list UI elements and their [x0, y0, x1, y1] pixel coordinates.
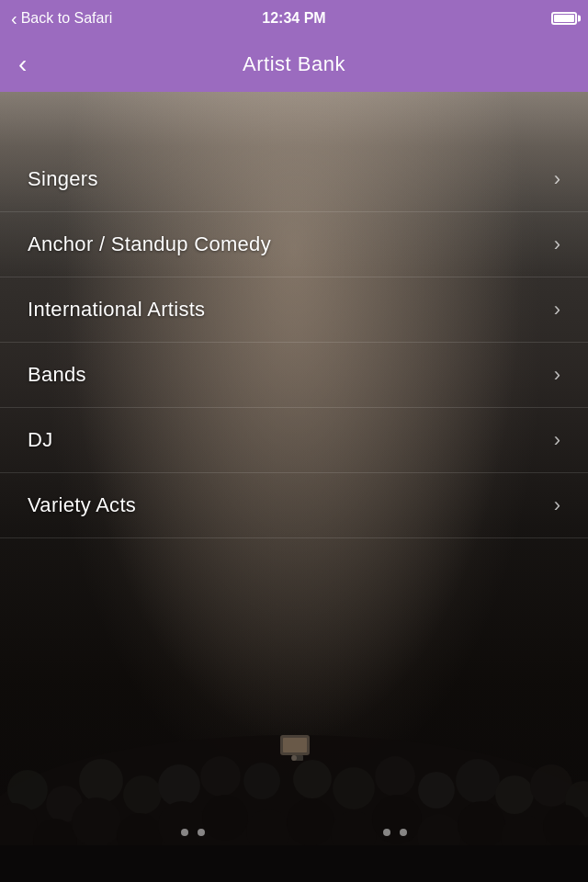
back-button[interactable]: ‹: [18, 51, 27, 77]
menu-item-singers[interactable]: Singers ›: [0, 147, 588, 212]
back-safari-chevron: ‹: [11, 8, 17, 29]
menu-item-dj-chevron: ›: [554, 428, 560, 452]
back-safari-label: Back to Safari: [21, 10, 113, 27]
dot-left-1: [181, 829, 188, 836]
main-content: Singers › Anchor / Standup Comedy › Inte…: [0, 92, 588, 882]
dot-left-2: [198, 829, 205, 836]
menu-item-bands-chevron: ›: [554, 363, 560, 387]
menu-item-comedy[interactable]: Anchor / Standup Comedy ›: [0, 212, 588, 277]
menu-item-international[interactable]: International Artists ›: [0, 277, 588, 343]
back-to-safari[interactable]: ‹ Back to Safari: [11, 8, 112, 29]
menu-item-dj-label: DJ: [28, 428, 53, 452]
dot-right-2: [400, 829, 407, 836]
pagination-dots: [0, 829, 588, 836]
menu-item-bands-label: Bands: [28, 363, 86, 387]
menu-item-variety[interactable]: Variety Acts ›: [0, 473, 588, 538]
dot-right-1: [383, 829, 390, 836]
menu-item-comedy-chevron: ›: [554, 232, 560, 256]
page-title: Artist Bank: [243, 52, 345, 76]
menu-item-variety-label: Variety Acts: [28, 493, 136, 517]
menu-item-singers-chevron: ›: [554, 167, 560, 191]
menu-item-singers-label: Singers: [28, 167, 98, 191]
dot-group-right: [383, 829, 407, 836]
status-time: 12:34 PM: [262, 10, 325, 27]
menu-item-variety-chevron: ›: [554, 493, 560, 517]
menu-item-dj[interactable]: DJ ›: [0, 408, 588, 473]
battery-indicator: [551, 12, 577, 25]
menu-list: Singers › Anchor / Standup Comedy › Inte…: [0, 92, 588, 882]
menu-item-comedy-label: Anchor / Standup Comedy: [28, 232, 271, 256]
dot-group-left: [181, 829, 205, 836]
menu-item-international-chevron: ›: [554, 298, 560, 322]
nav-bar: ‹ Artist Bank: [0, 37, 588, 92]
menu-item-bands[interactable]: Bands ›: [0, 343, 588, 408]
status-bar: ‹ Back to Safari 12:34 PM: [0, 0, 588, 37]
menu-item-international-label: International Artists: [28, 298, 205, 322]
battery-icon: [551, 12, 577, 25]
